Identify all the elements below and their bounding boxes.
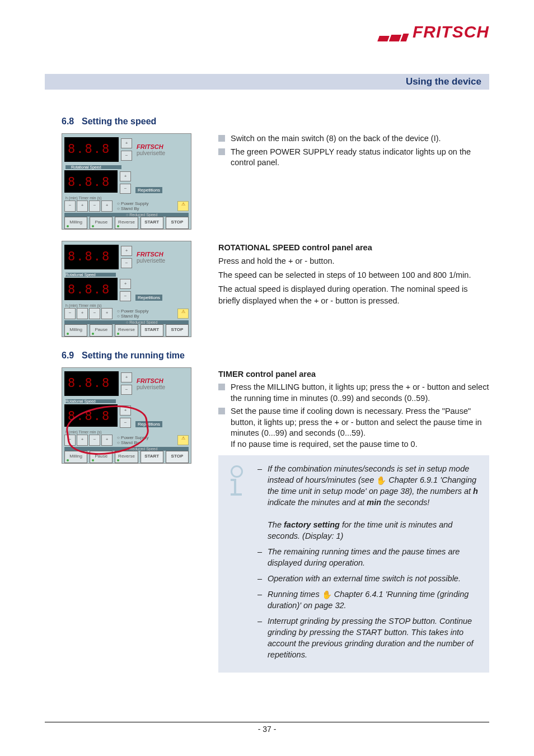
no-pause-note: If no pause time is required, set the pa… <box>231 440 418 449</box>
milling-button: Milling <box>64 217 87 229</box>
reduced-speed-label: Reduced Speed <box>129 213 157 217</box>
control-panel-figure: +− FRITSCHpulverisette Rotational Speed … <box>62 241 191 337</box>
brand-logo: FRITSCH <box>378 22 489 41</box>
logo-bars-icon <box>378 34 409 41</box>
square-bullet-icon <box>218 408 225 414</box>
body-text: The speed can be selected in steps of 10… <box>218 269 489 281</box>
repetitions-label: Repetitions <box>135 187 162 193</box>
section-number: 6.8 <box>62 116 82 127</box>
timer-heading: TIMER control panel area <box>218 370 489 379</box>
list-item: Switch on the main switch (8) on the bac… <box>218 133 489 144</box>
reverse-button: Reverse <box>115 217 138 229</box>
list-item: Set the pause time if cooling down is ne… <box>218 406 489 450</box>
square-bullet-icon <box>218 148 225 155</box>
panel-brand: FRITSCH <box>137 143 163 150</box>
pause-button: Pause <box>90 217 113 229</box>
page-number: - 37 - <box>45 722 489 734</box>
warning-icon: ⚠ <box>177 435 189 445</box>
section-title: Setting the running time <box>82 351 185 361</box>
crossref-icon: ✋ <box>376 475 386 486</box>
logo-text: FRITSCH <box>413 22 489 41</box>
square-bullet-icon <box>218 135 225 142</box>
panel-model: pulverisette <box>137 150 165 156</box>
section-6-9-heading: 6.9 Setting the running time <box>62 351 489 361</box>
power-supply-label: Power Supply <box>121 201 148 206</box>
rotational-speed-label: Rotational Speed <box>65 165 121 169</box>
body-text: The actual speed is displayed during ope… <box>218 283 489 307</box>
section-6-8-heading: 6.8 Setting the speed <box>62 116 489 127</box>
section-number: 6.9 <box>62 351 82 361</box>
warning-icon: ⚠ <box>177 309 189 319</box>
stand-by-label: Stand By <box>121 206 139 211</box>
info-item: – Running times ✋ Chapter 6.4.1 'Running… <box>257 589 479 611</box>
info-item: –Operation with an external time switch … <box>257 573 479 584</box>
warning-icon: ⚠ <box>177 201 189 211</box>
section-title: Setting the speed <box>82 116 156 127</box>
info-note-box: – If the combination minutes/seconds is … <box>218 455 489 673</box>
list-item: The green POWER SUPPLY ready status indi… <box>218 147 489 169</box>
info-item: – If the combination minutes/seconds is … <box>257 463 479 542</box>
crossref-icon: ✋ <box>322 589 332 600</box>
info-item: –Interrupt grinding by pressing the STOP… <box>257 615 479 660</box>
control-panel-figure: +− FRITSCHpulverisette Rotational Speed … <box>62 133 191 230</box>
timer-row-labels: h (min) Timer min (s) <box>62 196 191 200</box>
page-title: Using the device <box>45 74 489 90</box>
start-button: START <box>140 217 163 229</box>
body-text: Press and hold the + or - button. <box>218 255 489 267</box>
list-item: Press the MILLING button, it lights up; … <box>218 382 489 404</box>
stop-button: STOP <box>166 217 189 229</box>
info-icon <box>228 465 245 496</box>
rotational-speed-heading: ROTATIONAL SPEED control panel area <box>218 243 489 252</box>
info-item: –The remaining running times and the pau… <box>257 546 479 568</box>
square-bullet-icon <box>218 384 225 390</box>
control-panel-figure-timer: +− FRITSCHpulverisette Rotational Speed … <box>62 367 191 464</box>
